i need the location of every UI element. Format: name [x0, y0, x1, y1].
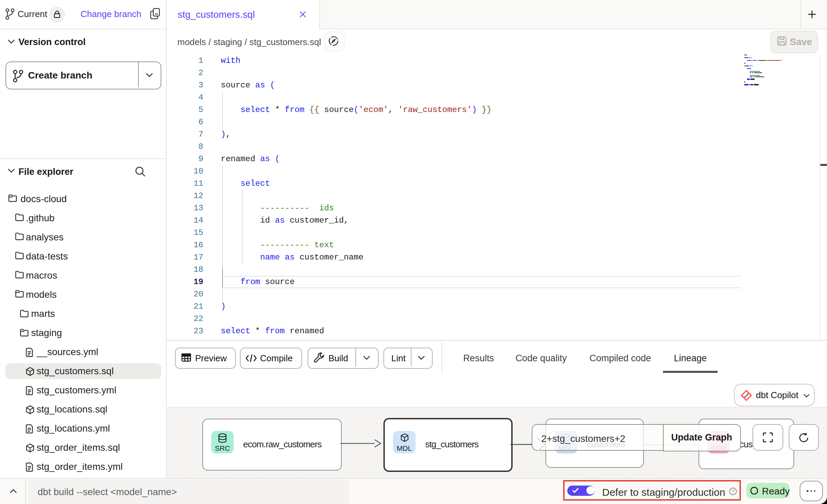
svg-text:?: ? [732, 488, 734, 494]
